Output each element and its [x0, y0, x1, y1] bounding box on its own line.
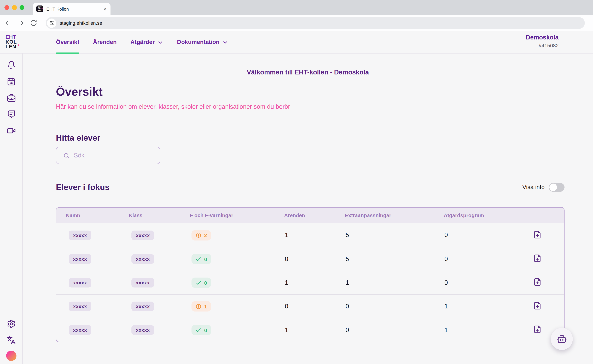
- screen: EHTKOLLEN EHT Kollen × staging.ehtkollen…: [0, 0, 593, 364]
- col-arenden: Ärenden: [284, 212, 345, 218]
- toggle-knob: [549, 183, 557, 191]
- icon-sidebar: [0, 53, 23, 364]
- visa-info-label: Visa info: [522, 184, 545, 191]
- visa-info-toggle[interactable]: [549, 183, 565, 192]
- arenden-value: 1: [284, 232, 345, 239]
- main-nav: Översikt Ärenden Åtgärder Dokumentation: [56, 31, 228, 53]
- extraanpassningar-value: 5: [345, 255, 444, 263]
- atgardsprogram-value: 1: [444, 303, 533, 310]
- f-warning-badge: 0: [191, 254, 211, 264]
- address-bar[interactable]: staging.ehtkollen.se: [46, 17, 585, 29]
- reload-icon[interactable]: [30, 20, 37, 26]
- minimize-window-button[interactable]: [12, 5, 17, 10]
- site-settings-icon[interactable]: [47, 18, 56, 28]
- table-header-row: Namn Klass F och F-varningar Ärenden Ext…: [56, 208, 564, 223]
- close-window-button[interactable]: [5, 5, 9, 10]
- extraanpassningar-value: 0: [345, 303, 444, 310]
- logo-heart-icon: ♥: [18, 44, 20, 46]
- file-plus-button[interactable]: [533, 325, 541, 333]
- fullscreen-window-button[interactable]: [20, 5, 24, 10]
- assistant-fab[interactable]: [551, 328, 573, 350]
- class-badge: xxxxx: [131, 325, 154, 335]
- atgardsprogram-value: 0: [444, 255, 533, 263]
- file-plus-button[interactable]: [533, 302, 541, 310]
- table-row[interactable]: xxxxx xxxxx 0 0 5 0: [56, 247, 564, 271]
- student-name-badge: xxxxx: [69, 278, 91, 287]
- bell-icon[interactable]: [7, 61, 16, 70]
- file-plus-button[interactable]: [533, 254, 541, 262]
- window-controls: [5, 5, 24, 10]
- forward-icon[interactable]: [18, 20, 24, 26]
- arenden-value: 1: [284, 279, 345, 286]
- search-input[interactable]: [74, 152, 149, 159]
- user-avatar[interactable]: [6, 351, 16, 361]
- url-text: staging.ehtkollen.se: [60, 20, 102, 26]
- page-subtitle: Här kan du se information om elever, kla…: [56, 103, 290, 110]
- file-plus-button[interactable]: [533, 278, 541, 286]
- school-number: #415082: [526, 43, 559, 48]
- file-plus-button[interactable]: [533, 230, 541, 239]
- warning-count: 0: [204, 280, 207, 286]
- student-name-badge: xxxxx: [69, 302, 91, 311]
- warning-count: 0: [204, 256, 207, 262]
- alert-circle-icon: [195, 303, 202, 309]
- col-extraanpassningar: Extraanpassningar: [345, 212, 444, 218]
- extraanpassningar-value: 1: [345, 279, 444, 286]
- nav-dokumentation[interactable]: Dokumentation: [177, 31, 228, 53]
- atgardsprogram-value: 0: [444, 232, 533, 239]
- file-plus-icon: [533, 278, 541, 286]
- file-plus-icon: [533, 325, 541, 333]
- f-warning-badge: 2: [191, 230, 211, 240]
- browser-tabstrip: EHTKOLLEN EHT Kollen ×: [0, 0, 593, 15]
- table-row[interactable]: xxxxx xxxxx 0 1 1 0: [56, 271, 564, 294]
- app-logo[interactable]: EHT KOL♥ LEN: [6, 35, 17, 49]
- site-favicon: EHTKOLLEN: [36, 6, 43, 12]
- app-header: EHT KOL♥ LEN Översikt Ärenden Åtgärder D…: [0, 31, 593, 53]
- warning-count: 1: [204, 303, 207, 309]
- file-plus-icon: [533, 230, 541, 239]
- file-plus-icon: [533, 254, 541, 262]
- student-name-badge: xxxxx: [69, 230, 91, 240]
- briefcase-icon[interactable]: [7, 94, 16, 103]
- browser-toolbar: staging.ehtkollen.se: [0, 15, 593, 31]
- school-info: Demoskola #415082: [526, 34, 559, 48]
- tab-title: EHT Kollen: [46, 6, 103, 12]
- browser-tab[interactable]: EHTKOLLEN EHT Kollen ×: [33, 3, 111, 15]
- col-klass: Klass: [129, 212, 190, 218]
- col-atgardsprogram: Åtgärdsprogram: [444, 212, 533, 218]
- arenden-value: 0: [284, 303, 345, 310]
- chat-icon[interactable]: [7, 110, 16, 119]
- nav-oversikt[interactable]: Översikt: [56, 31, 79, 53]
- find-students-heading: Hitta elever: [56, 133, 100, 143]
- col-namn: Namn: [56, 212, 129, 218]
- check-icon: [195, 280, 202, 286]
- nav-arenden[interactable]: Ärenden: [93, 31, 117, 53]
- language-icon[interactable]: [7, 336, 16, 344]
- tab-close-icon[interactable]: ×: [103, 6, 107, 12]
- check-icon: [195, 256, 202, 262]
- back-icon[interactable]: [5, 20, 12, 26]
- nav-atgarder[interactable]: Åtgärder: [130, 31, 163, 53]
- student-name-badge: xxxxx: [69, 254, 91, 264]
- f-warning-badge: 0: [191, 325, 211, 335]
- class-badge: xxxxx: [131, 278, 154, 287]
- alert-circle-icon: [195, 232, 202, 238]
- check-icon: [195, 327, 202, 333]
- students-in-focus-heading: Elever i fokus: [56, 182, 110, 192]
- table-row[interactable]: xxxxx xxxxx 1 0 0 1: [56, 294, 564, 318]
- table-body: xxxxx xxxxx 2 1 5 0 xxxxx xxxxx 0: [56, 223, 564, 342]
- arenden-value: 0: [284, 255, 345, 263]
- welcome-banner: Välkommen till EHT-kollen - Demoskola: [23, 69, 593, 76]
- class-badge: xxxxx: [131, 230, 154, 240]
- extraanpassningar-value: 5: [345, 232, 444, 239]
- school-name: Demoskola: [526, 34, 559, 41]
- calendar-icon[interactable]: [7, 77, 16, 86]
- student-search-box[interactable]: [56, 147, 160, 164]
- video-icon[interactable]: [7, 126, 16, 135]
- settings-gear-icon[interactable]: [7, 319, 16, 328]
- table-row[interactable]: xxxxx xxxxx 2 1 5 0: [56, 223, 564, 247]
- f-warning-badge: 1: [191, 301, 211, 312]
- atgardsprogram-value: 1: [444, 326, 533, 334]
- chevron-down-icon: [222, 39, 228, 46]
- table-row[interactable]: xxxxx xxxxx 0 1 0 1: [56, 318, 564, 342]
